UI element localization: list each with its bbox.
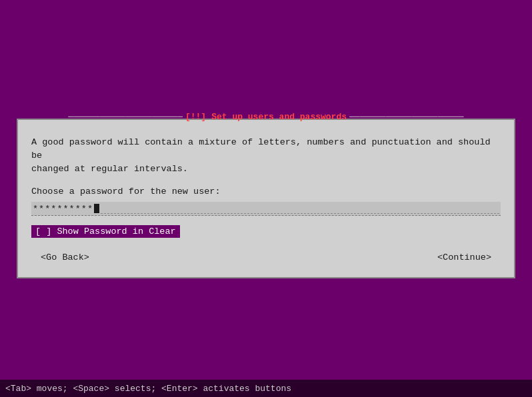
password-input-row[interactable]: ********** [31, 202, 501, 216]
show-password-checkbox[interactable]: [ ] Show Password in Clear [31, 225, 180, 238]
title-line-right: ────────────────────── [349, 112, 464, 122]
screen: ────────────────────── [!!] Set up users… [0, 0, 532, 397]
description-text: A good password will contain a mixture o… [31, 136, 501, 177]
password-stars: ********** [33, 204, 93, 214]
title-line-left: ────────────────────── [68, 112, 183, 122]
go-back-button[interactable]: <Go Back> [38, 251, 92, 264]
dialog-title-bar: ────────────────────── [!!] Set up users… [68, 112, 463, 122]
dialog-title-main: Set up users and passwords [209, 112, 349, 122]
password-underline [101, 203, 499, 214]
dialog-title-text: [!!] [183, 112, 209, 122]
status-bar: <Tab> moves; <Space> selects; <Enter> ac… [0, 380, 532, 397]
continue-button[interactable]: <Continue> [435, 251, 494, 264]
description-line2: changed at regular intervals. [31, 164, 188, 174]
prompt-text: Choose a password for the new user: [31, 187, 501, 197]
dialog-box: ────────────────────── [!!] Set up users… [17, 119, 515, 279]
status-bar-text: <Tab> moves; <Space> selects; <Enter> ac… [5, 384, 291, 394]
password-cursor [94, 204, 99, 213]
show-password-label: [ ] Show Password in Clear [35, 226, 176, 236]
dialog-content: A good password will contain a mixture o… [31, 136, 501, 264]
description-line1: A good password will contain a mixture o… [31, 137, 491, 161]
buttons-row: <Go Back> <Continue> [31, 251, 501, 264]
